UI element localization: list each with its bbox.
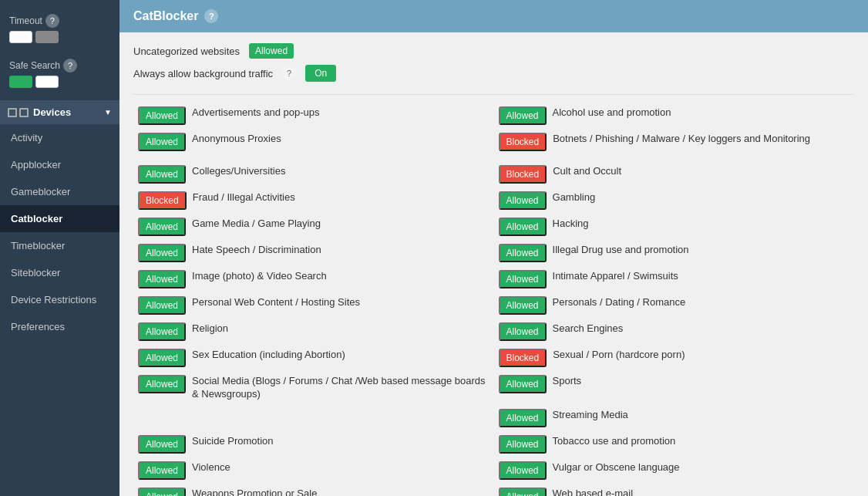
category-item: AllowedStreaming Media [494,405,855,431]
category-status-btn[interactable]: Allowed [138,488,186,496]
category-status-btn[interactable]: Allowed [499,409,547,427]
category-status-btn[interactable]: Blocked [499,349,547,367]
category-label: Intimate Apparel / Swimsuits [553,270,849,283]
category-status-btn[interactable]: Allowed [499,191,547,210]
category-status-btn[interactable]: Allowed [499,322,547,341]
category-label: Sexual / Porn (hardcore porn) [553,349,849,362]
category-status-btn[interactable]: Allowed [499,488,547,496]
safesearch-help-icon[interactable]: ? [63,59,77,73]
category-status-btn[interactable]: Allowed [499,435,547,454]
sidebar-item-timeblocker[interactable]: Timeblocker [0,232,119,259]
category-item: AllowedWeb based e-mail [494,484,855,496]
timeout-toggle-off[interactable] [9,31,32,43]
category-status-btn[interactable]: Allowed [499,296,547,315]
timeout-toggle [9,31,110,43]
sidebar-item-siteblocker[interactable]: Siteblocker [0,259,119,286]
timeout-label: Timeout ? [9,14,110,28]
category-item: BlockedFraud / Illegal Activities [133,187,494,214]
category-item: AllowedAlcohol use and promotion [494,103,855,129]
timeout-toggle-on[interactable] [35,31,59,43]
devices-label: Devices [33,106,71,118]
category-label: Social Media (Blogs / Forums / Chat /Web… [192,375,489,401]
category-item: AllowedSports [494,371,855,405]
category-status-btn[interactable]: Allowed [138,218,186,236]
sidebar-item-device-restrictions[interactable]: Device Restrictions [0,286,119,313]
sidebar-item-preferences[interactable]: Preferences [0,313,119,340]
category-label: Cult and Occult [553,165,849,178]
main-panel: CatBlocker ? Uncategorized websites Allo… [119,0,868,496]
category-label: Sports [553,375,849,388]
category-item: AllowedGame Media / Game Playing [133,214,494,240]
category-status-btn[interactable]: Allowed [138,322,186,341]
category-status-btn[interactable]: Allowed [138,435,186,454]
category-label: Web based e-mail [553,488,849,496]
background-label: Always allow background traffic [133,68,273,79]
category-item: AllowedPersonals / Dating / Romance [494,292,855,319]
category-status-btn[interactable]: Allowed [138,165,186,184]
category-item: BlockedSexual / Porn (hardcore porn) [494,345,855,371]
sidebar-item-gameblocker[interactable]: Gameblocker [0,178,119,205]
category-status-btn[interactable]: Allowed [138,244,186,262]
category-status-btn[interactable]: Allowed [138,461,186,480]
device-icon-2 [19,108,29,117]
category-status-btn[interactable]: Allowed [138,133,186,151]
category-label: Personal Web Content / Hosting Sites [192,296,489,309]
category-label: Suicide Promotion [192,435,489,448]
category-item: AllowedGambling [494,187,855,214]
category-status-btn[interactable]: Blocked [499,133,547,151]
category-status-btn[interactable]: Allowed [499,106,547,125]
category-status-btn[interactable]: Allowed [499,270,547,288]
category-item: AllowedVulgar or Obscene language [494,457,855,484]
category-status-btn[interactable]: Blocked [499,165,547,184]
sidebar-item-appblocker[interactable]: Appblocker [0,151,119,178]
category-item [494,155,855,161]
category-status-btn[interactable]: Allowed [138,270,186,288]
category-label: Botnets / Phishing / Malware / Key logge… [553,133,849,146]
category-item [133,405,494,411]
category-label: Illegal Drug use and promotion [553,244,849,257]
category-label: Religion [192,322,489,336]
safesearch-label: Safe Search ? [9,59,110,73]
category-label: Streaming Media [553,409,849,422]
category-status-btn[interactable]: Allowed [138,349,186,367]
category-label: Image (photo) & Video Search [192,270,489,283]
sidebar-item-catblocker[interactable]: Catblocker [0,205,119,232]
header-title: CatBlocker [133,9,198,23]
uncategorized-status-btn[interactable]: Allowed [249,43,294,59]
category-label: Hate Speech / Discrimination [192,244,489,257]
category-label: Advertisements and pop-ups [192,106,489,120]
category-status-btn[interactable]: Allowed [499,244,547,262]
category-label: Fraud / Illegal Activities [193,191,490,204]
devices-bar[interactable]: Devices ▼ [0,100,119,124]
category-label: Tobacco use and promotion [553,435,849,448]
category-status-btn[interactable]: Allowed [499,375,547,393]
catblocker-header: CatBlocker ? [119,0,868,32]
sidebar-item-activity[interactable]: Activity [0,124,119,151]
category-item: BlockedBotnets / Phishing / Malware / Ke… [494,129,855,155]
safesearch-section: Safe Search ? [0,52,119,97]
category-label: Weapons Promotion or Sale [192,488,489,496]
divider [133,94,854,95]
uncategorized-row: Uncategorized websites Allowed [133,43,854,59]
catblocker-help-icon[interactable]: ? [204,9,218,23]
timeout-help-icon[interactable]: ? [45,14,59,28]
background-status-btn[interactable]: On [305,65,336,82]
category-status-btn[interactable]: Allowed [499,218,547,236]
category-status-btn[interactable]: Allowed [499,461,547,480]
category-item: AllowedViolence [133,457,494,484]
category-item: AllowedTobacco use and promotion [494,431,855,457]
category-item [133,155,494,161]
category-status-btn[interactable]: Allowed [138,106,186,125]
safesearch-toggle-off[interactable] [35,76,59,88]
category-item: AllowedSuicide Promotion [133,431,494,457]
category-item: AllowedSearch Engines [494,319,855,345]
content-area: Uncategorized websites Allowed Always al… [119,32,868,496]
background-help-icon[interactable]: ? [282,66,296,80]
chevron-down-icon: ▼ [104,108,112,116]
safesearch-toggle-on[interactable] [9,76,32,88]
category-status-btn[interactable]: Allowed [138,296,186,315]
devices-icon [8,108,29,117]
uncategorized-label: Uncategorized websites [133,46,240,57]
category-status-btn[interactable]: Blocked [138,191,187,210]
category-status-btn[interactable]: Allowed [138,375,186,393]
